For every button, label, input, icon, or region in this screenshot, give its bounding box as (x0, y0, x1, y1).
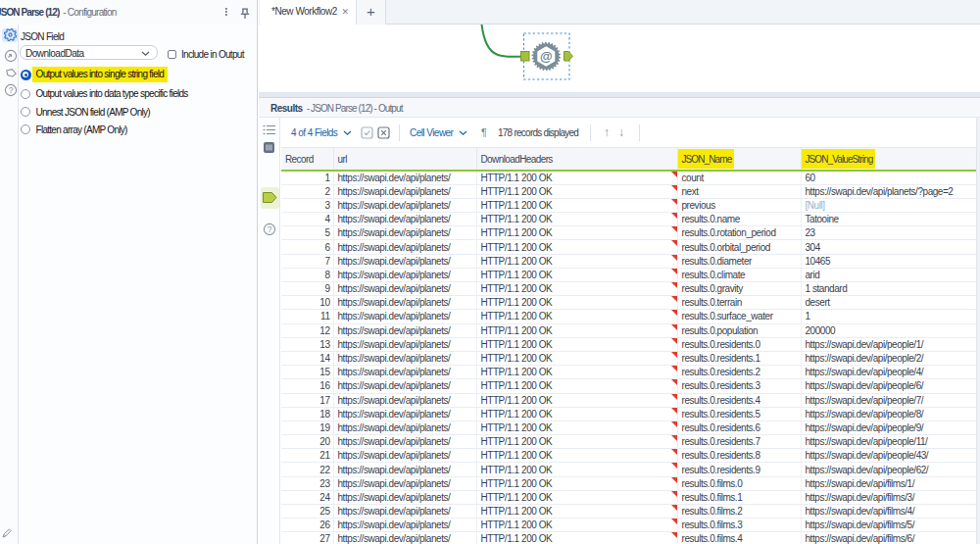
svg-text:?: ? (268, 224, 272, 234)
svg-text:@: @ (540, 49, 553, 64)
